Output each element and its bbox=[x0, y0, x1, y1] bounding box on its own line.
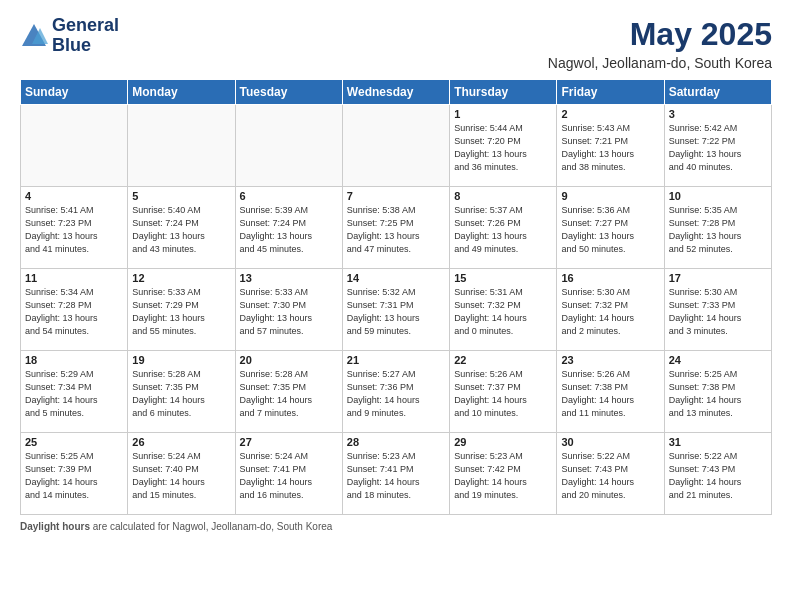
logo-line2: Blue bbox=[52, 36, 119, 56]
day-number: 16 bbox=[561, 272, 659, 284]
day-info: Sunrise: 5:38 AM Sunset: 7:25 PM Dayligh… bbox=[347, 204, 445, 256]
day-number: 13 bbox=[240, 272, 338, 284]
footer-label: Daylight hours bbox=[20, 521, 90, 532]
day-info: Sunrise: 5:30 AM Sunset: 7:33 PM Dayligh… bbox=[669, 286, 767, 338]
day-number: 29 bbox=[454, 436, 552, 448]
col-header-tuesday: Tuesday bbox=[235, 80, 342, 105]
day-number: 5 bbox=[132, 190, 230, 202]
day-number: 18 bbox=[25, 354, 123, 366]
calendar-cell: 21Sunrise: 5:27 AM Sunset: 7:36 PM Dayli… bbox=[342, 351, 449, 433]
day-number: 20 bbox=[240, 354, 338, 366]
col-header-friday: Friday bbox=[557, 80, 664, 105]
day-number: 4 bbox=[25, 190, 123, 202]
footer: Daylight hours are calculated for Nagwol… bbox=[20, 521, 772, 532]
day-info: Sunrise: 5:39 AM Sunset: 7:24 PM Dayligh… bbox=[240, 204, 338, 256]
calendar-cell: 2Sunrise: 5:43 AM Sunset: 7:21 PM Daylig… bbox=[557, 105, 664, 187]
calendar-cell bbox=[128, 105, 235, 187]
day-number: 2 bbox=[561, 108, 659, 120]
col-header-monday: Monday bbox=[128, 80, 235, 105]
day-number: 14 bbox=[347, 272, 445, 284]
calendar-cell bbox=[342, 105, 449, 187]
calendar-cell: 19Sunrise: 5:28 AM Sunset: 7:35 PM Dayli… bbox=[128, 351, 235, 433]
day-info: Sunrise: 5:32 AM Sunset: 7:31 PM Dayligh… bbox=[347, 286, 445, 338]
day-info: Sunrise: 5:28 AM Sunset: 7:35 PM Dayligh… bbox=[240, 368, 338, 420]
day-number: 10 bbox=[669, 190, 767, 202]
day-number: 25 bbox=[25, 436, 123, 448]
calendar-cell: 18Sunrise: 5:29 AM Sunset: 7:34 PM Dayli… bbox=[21, 351, 128, 433]
day-info: Sunrise: 5:37 AM Sunset: 7:26 PM Dayligh… bbox=[454, 204, 552, 256]
day-info: Sunrise: 5:36 AM Sunset: 7:27 PM Dayligh… bbox=[561, 204, 659, 256]
day-info: Sunrise: 5:35 AM Sunset: 7:28 PM Dayligh… bbox=[669, 204, 767, 256]
day-number: 11 bbox=[25, 272, 123, 284]
calendar-cell: 11Sunrise: 5:34 AM Sunset: 7:28 PM Dayli… bbox=[21, 269, 128, 351]
day-number: 15 bbox=[454, 272, 552, 284]
col-header-wednesday: Wednesday bbox=[342, 80, 449, 105]
calendar-week-5: 25Sunrise: 5:25 AM Sunset: 7:39 PM Dayli… bbox=[21, 433, 772, 515]
calendar-cell bbox=[21, 105, 128, 187]
logo: General Blue bbox=[20, 16, 119, 56]
day-info: Sunrise: 5:24 AM Sunset: 7:41 PM Dayligh… bbox=[240, 450, 338, 502]
day-number: 17 bbox=[669, 272, 767, 284]
day-info: Sunrise: 5:29 AM Sunset: 7:34 PM Dayligh… bbox=[25, 368, 123, 420]
calendar-cell: 26Sunrise: 5:24 AM Sunset: 7:40 PM Dayli… bbox=[128, 433, 235, 515]
subtitle: Nagwol, Jeollanam-do, South Korea bbox=[548, 55, 772, 71]
calendar-cell: 31Sunrise: 5:22 AM Sunset: 7:43 PM Dayli… bbox=[664, 433, 771, 515]
calendar-cell: 6Sunrise: 5:39 AM Sunset: 7:24 PM Daylig… bbox=[235, 187, 342, 269]
calendar-cell: 24Sunrise: 5:25 AM Sunset: 7:38 PM Dayli… bbox=[664, 351, 771, 433]
day-number: 1 bbox=[454, 108, 552, 120]
day-info: Sunrise: 5:31 AM Sunset: 7:32 PM Dayligh… bbox=[454, 286, 552, 338]
day-number: 27 bbox=[240, 436, 338, 448]
calendar-cell: 20Sunrise: 5:28 AM Sunset: 7:35 PM Dayli… bbox=[235, 351, 342, 433]
calendar-cell: 23Sunrise: 5:26 AM Sunset: 7:38 PM Dayli… bbox=[557, 351, 664, 433]
day-number: 26 bbox=[132, 436, 230, 448]
day-number: 6 bbox=[240, 190, 338, 202]
calendar-cell bbox=[235, 105, 342, 187]
day-info: Sunrise: 5:41 AM Sunset: 7:23 PM Dayligh… bbox=[25, 204, 123, 256]
calendar-week-2: 4Sunrise: 5:41 AM Sunset: 7:23 PM Daylig… bbox=[21, 187, 772, 269]
day-number: 3 bbox=[669, 108, 767, 120]
logo-icon bbox=[20, 22, 48, 50]
day-number: 30 bbox=[561, 436, 659, 448]
calendar-table: SundayMondayTuesdayWednesdayThursdayFrid… bbox=[20, 79, 772, 515]
calendar-cell: 30Sunrise: 5:22 AM Sunset: 7:43 PM Dayli… bbox=[557, 433, 664, 515]
calendar-cell: 10Sunrise: 5:35 AM Sunset: 7:28 PM Dayli… bbox=[664, 187, 771, 269]
day-number: 23 bbox=[561, 354, 659, 366]
day-info: Sunrise: 5:30 AM Sunset: 7:32 PM Dayligh… bbox=[561, 286, 659, 338]
calendar-cell: 17Sunrise: 5:30 AM Sunset: 7:33 PM Dayli… bbox=[664, 269, 771, 351]
day-info: Sunrise: 5:43 AM Sunset: 7:21 PM Dayligh… bbox=[561, 122, 659, 174]
day-info: Sunrise: 5:26 AM Sunset: 7:38 PM Dayligh… bbox=[561, 368, 659, 420]
calendar-cell: 16Sunrise: 5:30 AM Sunset: 7:32 PM Dayli… bbox=[557, 269, 664, 351]
title-block: May 2025 Nagwol, Jeollanam-do, South Kor… bbox=[548, 16, 772, 71]
day-number: 24 bbox=[669, 354, 767, 366]
calendar-cell: 15Sunrise: 5:31 AM Sunset: 7:32 PM Dayli… bbox=[450, 269, 557, 351]
day-number: 12 bbox=[132, 272, 230, 284]
day-number: 31 bbox=[669, 436, 767, 448]
calendar-cell: 1Sunrise: 5:44 AM Sunset: 7:20 PM Daylig… bbox=[450, 105, 557, 187]
day-info: Sunrise: 5:42 AM Sunset: 7:22 PM Dayligh… bbox=[669, 122, 767, 174]
day-info: Sunrise: 5:22 AM Sunset: 7:43 PM Dayligh… bbox=[561, 450, 659, 502]
day-number: 28 bbox=[347, 436, 445, 448]
day-info: Sunrise: 5:44 AM Sunset: 7:20 PM Dayligh… bbox=[454, 122, 552, 174]
day-info: Sunrise: 5:34 AM Sunset: 7:28 PM Dayligh… bbox=[25, 286, 123, 338]
calendar-cell: 28Sunrise: 5:23 AM Sunset: 7:41 PM Dayli… bbox=[342, 433, 449, 515]
header: General Blue May 2025 Nagwol, Jeollanam-… bbox=[20, 16, 772, 71]
day-info: Sunrise: 5:27 AM Sunset: 7:36 PM Dayligh… bbox=[347, 368, 445, 420]
day-number: 22 bbox=[454, 354, 552, 366]
day-number: 21 bbox=[347, 354, 445, 366]
main-title: May 2025 bbox=[548, 16, 772, 53]
calendar-week-4: 18Sunrise: 5:29 AM Sunset: 7:34 PM Dayli… bbox=[21, 351, 772, 433]
calendar-week-1: 1Sunrise: 5:44 AM Sunset: 7:20 PM Daylig… bbox=[21, 105, 772, 187]
day-info: Sunrise: 5:28 AM Sunset: 7:35 PM Dayligh… bbox=[132, 368, 230, 420]
calendar-cell: 29Sunrise: 5:23 AM Sunset: 7:42 PM Dayli… bbox=[450, 433, 557, 515]
calendar-cell: 27Sunrise: 5:24 AM Sunset: 7:41 PM Dayli… bbox=[235, 433, 342, 515]
day-info: Sunrise: 5:25 AM Sunset: 7:39 PM Dayligh… bbox=[25, 450, 123, 502]
calendar-cell: 4Sunrise: 5:41 AM Sunset: 7:23 PM Daylig… bbox=[21, 187, 128, 269]
logo-line1: General bbox=[52, 16, 119, 36]
logo-text: General Blue bbox=[52, 16, 119, 56]
day-number: 19 bbox=[132, 354, 230, 366]
calendar-week-3: 11Sunrise: 5:34 AM Sunset: 7:28 PM Dayli… bbox=[21, 269, 772, 351]
day-info: Sunrise: 5:40 AM Sunset: 7:24 PM Dayligh… bbox=[132, 204, 230, 256]
calendar-cell: 5Sunrise: 5:40 AM Sunset: 7:24 PM Daylig… bbox=[128, 187, 235, 269]
day-number: 7 bbox=[347, 190, 445, 202]
calendar-cell: 3Sunrise: 5:42 AM Sunset: 7:22 PM Daylig… bbox=[664, 105, 771, 187]
